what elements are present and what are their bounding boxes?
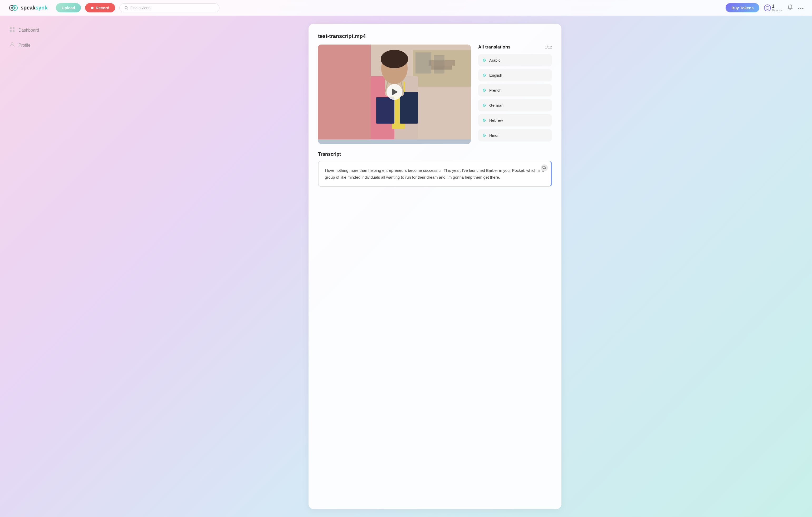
upload-label: Upload xyxy=(62,5,75,10)
svg-rect-15 xyxy=(13,30,14,32)
sidebar-dashboard-label: Dashboard xyxy=(19,28,39,33)
video-thumbnail xyxy=(318,45,471,139)
page-layout: Dashboard Profile test-transcript.mp4 xyxy=(0,16,812,517)
sidebar-item-dashboard[interactable]: Dashboard xyxy=(5,24,53,37)
dashboard-icon xyxy=(9,27,15,33)
balance-count: 1 Balance xyxy=(772,4,782,12)
svg-point-16 xyxy=(11,43,13,45)
record-label: Record xyxy=(96,5,109,10)
gear-icon-arabic: ⚙ xyxy=(483,58,486,63)
video-container[interactable] xyxy=(318,45,471,144)
svg-rect-36 xyxy=(543,166,545,168)
upload-button[interactable]: Upload xyxy=(56,3,81,12)
svg-point-10 xyxy=(800,8,802,9)
svg-rect-18 xyxy=(318,45,371,139)
balance-display: 1 Balance xyxy=(764,4,782,12)
sidebar-profile-label: Profile xyxy=(19,43,30,48)
translation-item-english[interactable]: ⚙ English xyxy=(478,69,552,81)
sidebar: Dashboard Profile xyxy=(0,16,58,517)
svg-point-2 xyxy=(11,7,13,9)
record-button[interactable]: Record xyxy=(85,3,115,12)
gear-icon-hebrew: ⚙ xyxy=(483,118,486,123)
svg-rect-27 xyxy=(400,92,418,123)
more-options-icon[interactable] xyxy=(798,5,804,10)
main-content: test-transcript.mp4 xyxy=(58,16,812,517)
svg-rect-26 xyxy=(376,97,395,123)
translation-label-hindi: Hindi xyxy=(489,133,498,138)
header-right: Buy Tokens 1 Balance xyxy=(726,3,804,12)
sidebar-item-profile[interactable]: Profile xyxy=(5,39,53,52)
translations-count: 1/12 xyxy=(545,45,552,49)
transcript-section: Transcript I love nothing more than help… xyxy=(318,151,552,187)
transcript-box: I love nothing more than helping entrepr… xyxy=(318,161,552,187)
play-triangle-icon xyxy=(392,89,398,95)
copy-icon[interactable] xyxy=(541,165,548,171)
translation-label-arabic: Arabic xyxy=(489,58,500,62)
logo: speaksynk xyxy=(8,3,48,13)
gear-icon-german: ⚙ xyxy=(483,103,486,108)
translation-item-arabic[interactable]: ⚙ Arabic xyxy=(478,54,552,66)
svg-point-4 xyxy=(13,6,14,7)
transcript-title: Transcript xyxy=(318,151,552,157)
gear-icon-french: ⚙ xyxy=(483,88,486,93)
svg-rect-33 xyxy=(429,60,455,66)
translation-label-english: English xyxy=(489,73,502,78)
balance-icon xyxy=(764,4,771,11)
notification-icon[interactable] xyxy=(787,4,793,11)
gear-icon-english: ⚙ xyxy=(483,73,486,78)
logo-icon xyxy=(8,3,19,13)
header: speaksynk Upload Record Buy Tokens xyxy=(0,0,812,16)
search-bar xyxy=(119,3,220,12)
svg-point-9 xyxy=(798,8,799,9)
main-card: test-transcript.mp4 xyxy=(309,24,561,509)
svg-rect-14 xyxy=(10,30,11,32)
buy-tokens-button[interactable]: Buy Tokens xyxy=(726,3,759,12)
svg-point-32 xyxy=(381,50,408,68)
file-title: test-transcript.mp4 xyxy=(318,33,552,39)
svg-rect-34 xyxy=(431,66,453,69)
content-row: All translations 1/12 ⚙ Arabic ⚙ English… xyxy=(318,45,552,144)
transcript-text: I love nothing more than helping entrepr… xyxy=(325,168,544,179)
token-icon xyxy=(765,6,770,10)
svg-rect-12 xyxy=(10,27,11,29)
svg-point-3 xyxy=(14,7,16,9)
svg-line-6 xyxy=(127,8,128,9)
translation-item-french[interactable]: ⚙ French xyxy=(478,84,552,96)
translations-panel: All translations 1/12 ⚙ Arabic ⚙ English… xyxy=(478,45,552,144)
translations-title: All translations xyxy=(478,45,511,50)
translations-header: All translations 1/12 xyxy=(478,45,552,50)
translation-label-hebrew: Hebrew xyxy=(489,118,503,122)
gear-icon-hindi: ⚙ xyxy=(483,133,486,138)
logo-text: speaksynk xyxy=(21,5,48,11)
translation-label-german: German xyxy=(489,103,503,108)
profile-icon xyxy=(9,42,15,49)
svg-point-11 xyxy=(802,8,804,9)
svg-rect-13 xyxy=(13,27,14,29)
play-button[interactable] xyxy=(386,84,402,100)
translation-item-hebrew[interactable]: ⚙ Hebrew xyxy=(478,114,552,126)
search-input[interactable] xyxy=(130,6,214,10)
translation-item-hindi[interactable]: ⚙ Hindi xyxy=(478,129,552,142)
translation-label-french: French xyxy=(489,88,502,92)
record-dot-icon xyxy=(91,7,93,9)
search-icon xyxy=(124,6,128,10)
translation-item-german[interactable]: ⚙ German xyxy=(478,99,552,112)
